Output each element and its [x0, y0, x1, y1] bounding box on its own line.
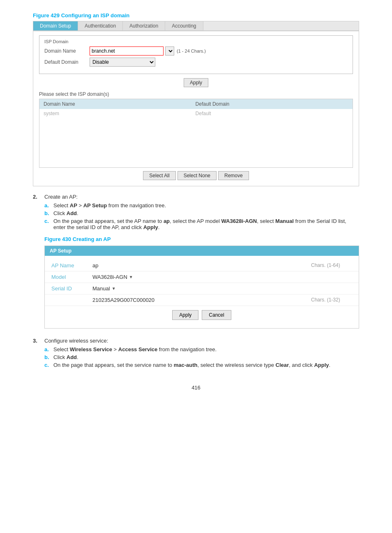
- substep-3c-bold3: Apply: [314, 362, 329, 368]
- domain-name-select[interactable]: [165, 46, 174, 56]
- substep-2b-content: Click Add.: [53, 210, 78, 216]
- tab-bar-429: Domain Setup Authentication Authorizatio…: [33, 21, 359, 31]
- tab-authorization[interactable]: Authorization: [123, 21, 165, 30]
- substep-2b-label: b.: [44, 210, 53, 216]
- substep-2c-bold4: Apply: [143, 224, 158, 230]
- step3-text: Configure wireless service:: [44, 338, 108, 344]
- cell-default: Default: [191, 109, 353, 118]
- select-info: Please select the ISP domain(s): [39, 91, 353, 97]
- page-number: 416: [33, 385, 359, 391]
- step3-number: 3.: [33, 338, 44, 344]
- substep-2a-label: a.: [44, 202, 53, 209]
- ap-form: AP Name ap Chars. (1-64) Model WA3628i-A…: [45, 256, 359, 328]
- select-all-button[interactable]: Select All: [143, 171, 175, 180]
- panel-429: ISP Domain Domain Name (1 - 24 Chars.) D…: [33, 31, 359, 186]
- tab-domain-setup[interactable]: Domain Setup: [33, 21, 78, 30]
- default-domain-label: Default Domain: [44, 59, 90, 65]
- ap-serialnum-row: 210235A29G007C000020 Chars. (1-32): [45, 294, 359, 306]
- substep-3b: b. Click Add.: [44, 354, 359, 360]
- ap-model-value: WA3628i-AGN: [92, 274, 127, 280]
- substep-3a: a. Select Wireless Service > Access Serv…: [44, 346, 359, 352]
- ap-model-label: Model: [51, 274, 92, 280]
- remove-button[interactable]: Remove: [218, 171, 249, 180]
- table-actions: Select All Select None Remove: [39, 171, 353, 180]
- tab-authentication[interactable]: Authentication: [78, 21, 123, 30]
- ap-serialnum-value: 210235A29G007C000020: [92, 297, 311, 303]
- figure430-title: Figure 430 Creating an AP: [44, 236, 359, 242]
- substep-2b: b. Click Add.: [44, 210, 359, 216]
- ap-model-row: Model WA3628i-AGN ▼: [45, 271, 359, 283]
- substep-2c-bold3: Manual: [275, 218, 294, 224]
- select-none-button[interactable]: Select None: [178, 171, 217, 180]
- substep-2a-content: Select AP > AP Setup from the navigation…: [53, 202, 166, 209]
- step2-substeps: a. Select AP > AP Setup from the navigat…: [44, 202, 359, 230]
- domain-name-label: Domain Name: [44, 48, 90, 54]
- substep-3c: c. On the page that appears, set the ser…: [44, 362, 359, 368]
- ap-serialnum-hint: Chars. (1-32): [311, 297, 352, 303]
- ap-name-value: ap: [92, 262, 311, 269]
- substep-2a-bold1: AP: [70, 202, 77, 209]
- ap-name-hint: Chars. (1-64): [311, 262, 352, 268]
- figure430-section: Figure 430 Creating an AP AP Setup AP Na…: [44, 236, 359, 329]
- step2: 2. Create an AP:: [33, 194, 359, 200]
- ap-serial-value: Manual: [92, 285, 110, 292]
- apply-btn-center: Apply: [39, 78, 353, 87]
- col-default-domain: Default Domain: [191, 99, 353, 109]
- ap-model-value-wrap: WA3628i-AGN ▼: [92, 274, 311, 280]
- table-empty-row: [39, 118, 353, 167]
- table-row[interactable]: system Default: [39, 109, 353, 118]
- ap-serial-row: Serial ID Manual ▼: [45, 283, 359, 294]
- ap-serial-value-wrap: Manual ▼: [92, 285, 311, 292]
- ap-tab-label[interactable]: AP Setup: [45, 246, 359, 256]
- substep-2c-label: c.: [44, 218, 53, 224]
- step3-substeps: a. Select Wireless Service > Access Serv…: [44, 346, 359, 368]
- substep-2c: c. On the page that appears, set the AP …: [44, 218, 359, 230]
- domain-name-input[interactable]: [90, 46, 164, 56]
- ap-cancel-button[interactable]: Cancel: [202, 310, 231, 320]
- apply-button-429[interactable]: Apply: [184, 78, 208, 87]
- figure429-section: Figure 429 Configuring an ISP domain Dom…: [33, 12, 359, 186]
- step2-number: 2.: [33, 194, 44, 200]
- figure429-title: Figure 429 Configuring an ISP domain: [33, 12, 359, 19]
- ap-serial-label: Serial ID: [51, 285, 92, 292]
- step3: 3. Configure wireless service:: [33, 338, 359, 344]
- substep-3c-label: c.: [44, 362, 53, 368]
- substep-3c-bold1: mac-auth: [174, 362, 198, 368]
- substep-2a-bold2: AP Setup: [83, 202, 107, 209]
- substep-2b-bold1: Add: [67, 210, 77, 216]
- substep-2c-bold1: ap: [164, 218, 170, 224]
- tab-accounting[interactable]: Accounting: [165, 21, 203, 30]
- substep-3a-label: a.: [44, 346, 53, 352]
- step2-text: Create an AP:: [44, 194, 78, 200]
- substep-3c-bold2: Clear: [276, 362, 289, 368]
- serial-dropdown-arrow[interactable]: ▼: [112, 286, 116, 291]
- model-dropdown-arrow[interactable]: ▼: [129, 275, 133, 279]
- substep-2c-bold2: WA3628i-AGN: [221, 218, 257, 224]
- ap-panel: AP Setup AP Name ap Chars. (1-64) Model …: [44, 246, 359, 329]
- ap-name-label: AP Name: [51, 262, 92, 269]
- substep-2c-content: On the page that appears, set the AP nam…: [53, 218, 359, 230]
- cell-domain: system: [39, 109, 191, 118]
- col-domain-name: Domain Name: [39, 99, 191, 109]
- isp-domain-group: ISP Domain Domain Name (1 - 24 Chars.) D…: [39, 35, 353, 74]
- substep-3a-bold1: Wireless Service: [70, 346, 112, 352]
- substep-3b-content: Click Add.: [53, 354, 78, 360]
- ap-name-row: AP Name ap Chars. (1-64): [45, 260, 359, 271]
- default-domain-row: Default Domain Disable: [44, 58, 348, 67]
- ap-apply-button[interactable]: Apply: [172, 310, 198, 320]
- substep-3b-bold1: Add: [67, 354, 77, 360]
- substep-3b-label: b.: [44, 354, 53, 360]
- domain-name-hint: (1 - 24 Chars.): [177, 49, 206, 53]
- domain-name-row: Domain Name (1 - 24 Chars.): [44, 46, 348, 56]
- isp-domain-label: ISP Domain: [44, 39, 348, 44]
- default-domain-select[interactable]: Disable: [90, 58, 155, 67]
- substep-3c-content: On the page that appears, set the servic…: [53, 362, 330, 368]
- substep-3a-bold2: Access Service: [118, 346, 157, 352]
- substep-3a-content: Select Wireless Service > Access Service…: [53, 346, 217, 352]
- domain-table: Domain Name Default Domain system Defaul…: [39, 99, 353, 168]
- ap-btn-row: Apply Cancel: [45, 306, 359, 324]
- substep-2a: a. Select AP > AP Setup from the navigat…: [44, 202, 359, 209]
